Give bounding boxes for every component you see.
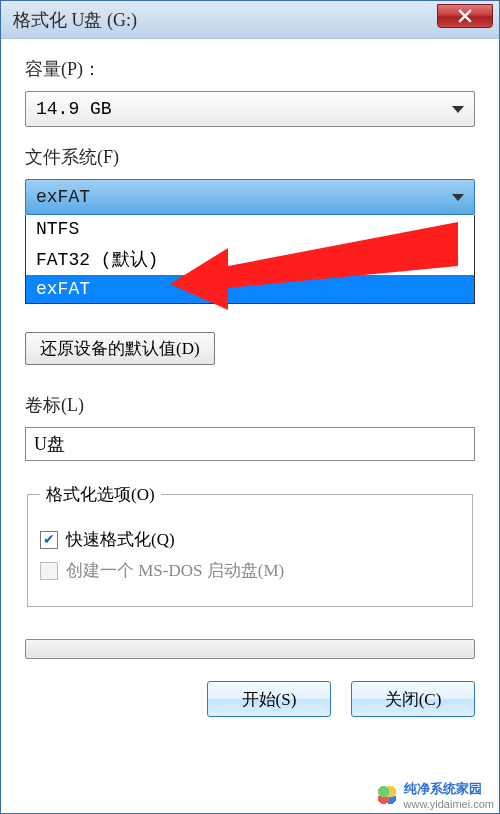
chevron-down-icon <box>452 194 464 201</box>
filesystem-dropdown[interactable]: exFAT <box>25 179 475 215</box>
format-dialog: 格式化 U盘 (G:) 容量(P)： 14.9 GB 文件系统(F) exFAT… <box>0 0 500 814</box>
quick-format-label: 快速格式化(Q) <box>66 528 175 551</box>
capacity-label: 容量(P)： <box>25 57 475 81</box>
close-button[interactable] <box>437 4 493 28</box>
close-dialog-button[interactable]: 关闭(C) <box>351 681 475 717</box>
filesystem-option-exfat[interactable]: exFAT <box>26 275 474 303</box>
watermark-logo-icon <box>376 784 398 806</box>
filesystem-option-ntfs[interactable]: NTFS <box>26 215 474 243</box>
watermark: 纯净系统家园 www.yidaimei.com <box>376 780 494 810</box>
filesystem-label: 文件系统(F) <box>25 145 475 169</box>
watermark-url: www.yidaimei.com <box>404 798 494 810</box>
checkbox-unchecked-icon <box>40 562 58 580</box>
filesystem-option-fat32[interactable]: FAT32 (默认) <box>26 243 474 275</box>
filesystem-options-list: NTFS FAT32 (默认) exFAT <box>25 215 475 304</box>
start-button[interactable]: 开始(S) <box>207 681 331 717</box>
volume-input[interactable] <box>25 427 475 461</box>
volume-label: 卷标(L) <box>25 393 475 417</box>
progress-bar <box>25 639 475 659</box>
checkbox-checked-icon: ✔ <box>40 531 58 549</box>
msdos-boot-label: 创建一个 MS-DOS 启动盘(M) <box>66 559 284 582</box>
capacity-value: 14.9 GB <box>36 99 112 119</box>
filesystem-value: exFAT <box>36 187 90 207</box>
chevron-down-icon <box>452 106 464 113</box>
dialog-buttons: 开始(S) 关闭(C) <box>25 681 475 717</box>
format-options-group: 格式化选项(O) ✔ 快速格式化(Q) 创建一个 MS-DOS 启动盘(M) <box>27 483 473 607</box>
close-icon <box>458 9 472 23</box>
titlebar: 格式化 U盘 (G:) <box>1 1 499 39</box>
restore-defaults-button[interactable]: 还原设备的默认值(D) <box>25 332 215 365</box>
msdos-boot-row: 创建一个 MS-DOS 启动盘(M) <box>40 559 460 582</box>
window-title: 格式化 U盘 (G:) <box>13 8 137 32</box>
watermark-text: 纯净系统家园 <box>404 780 494 798</box>
dialog-body: 容量(P)： 14.9 GB 文件系统(F) exFAT NTFS FAT32 … <box>1 39 499 727</box>
capacity-dropdown[interactable]: 14.9 GB <box>25 91 475 127</box>
quick-format-row[interactable]: ✔ 快速格式化(Q) <box>40 528 460 551</box>
format-options-legend: 格式化选项(O) <box>40 483 161 506</box>
